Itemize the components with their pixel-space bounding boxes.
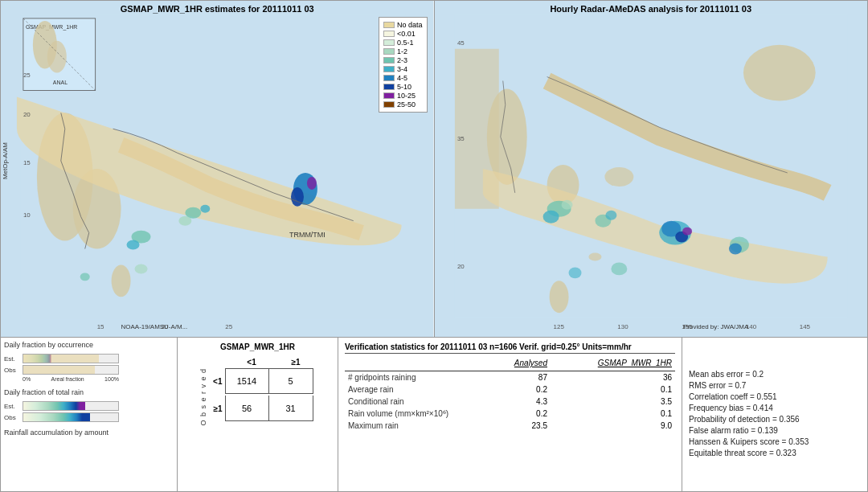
axis-0pct: 0% [23, 376, 31, 382]
svg-text:15: 15 [97, 323, 104, 330]
est-occurrence-bar-beige [23, 355, 99, 363]
est-label: Est. [4, 355, 20, 363]
left-map-panel: GSMAP_MWR_1HR estimates for 20111011 03 … [1, 1, 435, 337]
occurrence-axis-labels: 0% Areal fraction 100% [23, 376, 119, 382]
est-rain-row: Est. [4, 401, 174, 411]
rain-chart-title: Daily fraction of total rain [4, 388, 174, 396]
legend-item-25-50: 25-50 [383, 100, 423, 109]
contingency-panel: GSMAP_MWR_1HR <1 ≥1 O b s e r v e d [178, 338, 338, 491]
stat-name: Average rain [345, 383, 489, 396]
svg-point-37 [549, 281, 568, 313]
svg-point-44 [605, 211, 616, 220]
svg-text:MetOp-A/AM: MetOp-A/AM [2, 142, 9, 179]
svg-text:10: 10 [23, 211, 31, 219]
stat-val1: 23.5 [489, 420, 551, 432]
stats-title: Verification statistics for 20111011 03 … [345, 342, 675, 354]
rms-error: RMS error = 0.7 [689, 381, 861, 390]
col-gsmap-header: GSMAP_MWR_1HR [551, 357, 675, 369]
stat-val1: 87 [489, 371, 551, 384]
legend-color-3-4 [383, 66, 395, 72]
maps-section: GSMAP_MWR_1HR estimates for 20111011 03 … [0, 0, 868, 338]
obs-rain-row: Obs [4, 412, 174, 422]
right-map-panel: Hourly Radar-AMeDAS analysis for 2011101… [435, 1, 868, 337]
svg-point-13 [307, 177, 317, 190]
legend-item-3-4: 3-4 [383, 65, 423, 73]
stat-name: Conditional rain [345, 396, 489, 408]
legend-label-1-2: 1-2 [397, 47, 407, 55]
col-analysed-header: Analysed [489, 357, 551, 369]
legend-item-nodata: No data [383, 21, 423, 29]
prob-detection: Probability of detection = 0.356 [689, 415, 861, 424]
svg-point-19 [47, 41, 67, 73]
svg-text:Provided by: JWA/JMA: Provided by: JWA/JMA [683, 323, 749, 330]
cell-22: 31 [269, 396, 313, 421]
stats-row: # gridpoints raining 87 36 [345, 371, 675, 384]
est-rain-bar-outer [23, 401, 119, 411]
svg-point-38 [588, 253, 601, 261]
svg-point-42 [561, 200, 572, 210]
cell-12: 5 [269, 368, 313, 394]
legend-item-2-3: 2-3 [383, 56, 423, 64]
stat-val2: 36 [551, 371, 675, 384]
obs-label: Obs [4, 367, 20, 374]
stat-name: Maximum rain [345, 420, 489, 432]
est-rain-label: Est. [4, 403, 20, 410]
legend-label-2-3: 2-3 [397, 56, 407, 64]
stats-row: Average rain 0.2 0.1 [345, 383, 675, 396]
svg-point-14 [135, 264, 148, 273]
obs-rain-bar-inner [23, 413, 90, 421]
stats-table: Analysed GSMAP_MWR_1HR # gridpoints rain… [345, 357, 675, 432]
svg-text:45: 45 [457, 39, 464, 47]
obs-rain-label: Obs [4, 414, 20, 421]
stat-val1: 4.3 [489, 396, 551, 408]
stat-name: # gridpoints raining [345, 371, 489, 384]
stat-val2: 9.0 [551, 420, 675, 432]
svg-point-7 [127, 240, 140, 250]
legend-item-lt001: <0.01 [383, 30, 423, 38]
legend-label-05-1: 0.5-1 [397, 39, 414, 47]
legend-label-4-5: 4-5 [397, 74, 407, 82]
svg-point-9 [200, 205, 210, 213]
svg-point-5 [112, 264, 131, 297]
axis-label-mid: Areal fraction [51, 376, 84, 382]
obs-occurrence-bar-outer [23, 365, 119, 375]
rainfall-chart-title: Rainfall accumulation by amount [4, 428, 174, 437]
main-container: GSMAP_MWR_1HR estimates for 20111011 03 … [0, 0, 868, 492]
legend-color-nodata [383, 22, 395, 28]
stat-val1: 0.2 [489, 408, 551, 420]
svg-point-52 [568, 267, 581, 278]
stats-row: Maximum rain 23.5 9.0 [345, 420, 675, 432]
row-lt1-label: <1 [209, 377, 225, 386]
svg-text:15: 15 [23, 159, 31, 166]
est-occurrence-bar-outer [23, 354, 119, 363]
obs-occurrence-row: Obs [4, 365, 174, 375]
legend-color-2-3 [383, 57, 395, 64]
row-ge1-label: ≥1 [209, 404, 225, 413]
stat-val1: 0.2 [489, 383, 551, 396]
legend-color-05-1 [383, 39, 395, 46]
svg-text:130: 130 [617, 323, 628, 330]
stat-val2: 3.5 [551, 396, 675, 408]
svg-text:TRMM/TMI: TRMM/TMI [289, 231, 326, 239]
legend-item-05-1: 0.5-1 [383, 39, 423, 47]
legend-label-lt001: <0.01 [397, 30, 416, 38]
right-map-svg: 45 35 20 125 130 135 140 145 Provided by… [435, 1, 868, 337]
svg-text:35: 35 [457, 135, 464, 142]
legend-color-1-2 [383, 48, 395, 55]
color-legend: No data <0.01 0.5-1 1-2 2-3 [379, 17, 428, 113]
stat-val2: 0.1 [551, 408, 675, 420]
svg-text:20: 20 [457, 263, 464, 270]
legend-label-10-25: 10-25 [397, 92, 416, 100]
cell-11: 1514 [225, 368, 269, 394]
col-lt1-header: <1 [230, 358, 274, 367]
legend-color-10-25 [383, 92, 395, 99]
right-map-title: Hourly Radar-AMeDAS analysis for 2011101… [435, 4, 868, 14]
svg-text:NOAA-19/AMSU-A/M...: NOAA-19/AMSU-A/M... [121, 323, 188, 330]
left-map-svg: MetOp-A/AM [1, 1, 434, 337]
svg-text:25: 25 [225, 323, 232, 330]
legend-label-nodata: No data [397, 21, 423, 29]
stats-row: Conditional rain 4.3 3.5 [345, 396, 675, 408]
charts-panel: Daily fraction by occurrence Est. Obs [1, 338, 178, 491]
occurrence-bar-chart: Est. Obs 0% Areal fraction 100% [4, 354, 174, 382]
svg-point-12 [291, 187, 304, 207]
